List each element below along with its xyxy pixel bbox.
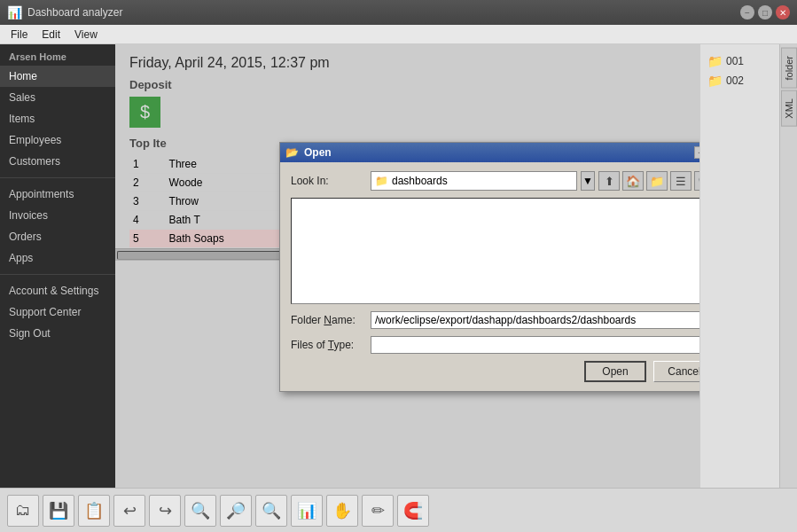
menu-view[interactable]: View: [67, 27, 105, 43]
dialog-tool-newfolder[interactable]: 📁: [646, 171, 668, 191]
lookin-combo: 📁 dashboards ▼: [371, 171, 595, 191]
lookin-dropdown-arrow[interactable]: ▼: [581, 171, 595, 191]
folder-icon-small: 📁: [375, 175, 388, 187]
sidebar-item-account[interactable]: Account & Settings: [0, 280, 115, 301]
folder-name-row: Folder Name:: [291, 311, 699, 329]
sidebar-item-apps[interactable]: Apps: [0, 247, 115, 269]
menu-edit[interactable]: Edit: [35, 27, 67, 43]
dialog-minimize-btn[interactable]: −: [694, 146, 699, 159]
vtab-folder[interactable]: folder: [781, 48, 797, 89]
tool-zoom-in[interactable]: 🔍: [184, 495, 216, 527]
lookin-row: Look In: 📁 dashboards ▼ ⬆ 🏠 📁: [291, 171, 699, 191]
right-panel: 📁 001 📁 002: [699, 44, 779, 488]
sidebar-divider-1: [0, 177, 115, 178]
sidebar-item-customers[interactable]: Customers: [0, 151, 115, 172]
tool-magnet[interactable]: 🧲: [397, 495, 429, 527]
vtab-xml[interactable]: XML: [781, 90, 797, 127]
dialog-overlay: 📂 Open − ✕ Look In: 📁 dashboards: [115, 44, 699, 488]
dialog-title-icon: 📂: [285, 146, 299, 159]
sidebar-item-home[interactable]: Home: [0, 66, 115, 87]
tool-search[interactable]: 🔍: [255, 495, 287, 527]
folder-item-002[interactable]: 📁 002: [704, 71, 776, 90]
menubar: File Edit View: [0, 25, 797, 44]
cancel-button[interactable]: Cancel: [653, 361, 699, 382]
dialog-tool-up[interactable]: ⬆: [598, 171, 620, 191]
maximize-button[interactable]: □: [758, 5, 772, 20]
open-button[interactable]: Open: [584, 361, 646, 382]
folder-icon-002: 📁: [707, 74, 723, 88]
tool-pen[interactable]: ✏: [362, 495, 394, 527]
dialog-title-text: Open: [304, 146, 692, 159]
files-of-type-label: Files of Type:: [291, 339, 371, 351]
tool-save[interactable]: 💾: [43, 495, 74, 527]
tool-chart[interactable]: 📊: [291, 495, 323, 527]
lookin-select[interactable]: 📁 dashboards: [371, 171, 577, 191]
folder-name-001: 001: [726, 55, 744, 67]
menu-file[interactable]: File: [4, 27, 35, 43]
dialog-titlebar: 📂 Open − ✕: [280, 143, 699, 162]
tool-copy[interactable]: 📋: [78, 495, 110, 527]
app-icon: 📊: [7, 5, 22, 20]
sidebar-item-invoices[interactable]: Invoices: [0, 205, 115, 226]
dialog-content: Look In: 📁 dashboards ▼ ⬆ 🏠 📁: [280, 162, 699, 391]
dialog-tool-list[interactable]: ☰: [670, 171, 692, 191]
sidebar-item-orders[interactable]: Orders: [0, 226, 115, 247]
dialog-toolbar: ⬆ 🏠 📁 ☰ 🔍: [598, 171, 699, 191]
titlebar: 📊 Dashboard analyzer − □ ✕: [0, 0, 797, 25]
dialog-buttons: Open Cancel: [291, 361, 699, 382]
files-of-type-row: Files of Type: ▼: [291, 336, 699, 354]
folder-icon-001: 📁: [707, 54, 723, 68]
sidebar-item-signout[interactable]: Sign Out: [0, 323, 115, 344]
folder-name-input[interactable]: [371, 311, 699, 329]
files-of-type-combo[interactable]: [371, 336, 699, 354]
sidebar-item-employees[interactable]: Employees: [0, 129, 115, 151]
dialog-tool-details[interactable]: 🔍: [694, 171, 699, 191]
sidebar: Arsen Home Home Sales Items Employees Cu…: [0, 44, 115, 488]
main-area: Arsen Home Home Sales Items Employees Cu…: [0, 44, 797, 488]
content-panel: Friday, April 24, 2015, 12:37 pm Deposit…: [115, 44, 699, 488]
dialog-tool-home[interactable]: 🏠: [622, 171, 644, 191]
open-dialog: 📂 Open − ✕ Look In: 📁 dashboards: [279, 142, 699, 392]
sidebar-divider-2: [0, 274, 115, 275]
lookin-label: Look In:: [291, 175, 371, 187]
sidebar-item-support[interactable]: Support Center: [0, 301, 115, 323]
tool-open[interactable]: 🗂: [7, 495, 39, 527]
folder-item-001[interactable]: 📁 001: [704, 51, 776, 71]
folder-name-002: 002: [726, 74, 744, 87]
app-title: Dashboard analyzer: [27, 6, 737, 19]
file-view-area[interactable]: [291, 198, 699, 304]
tool-hand[interactable]: ✋: [326, 495, 358, 527]
tool-undo[interactable]: ↩: [113, 495, 145, 527]
sidebar-header: Arsen Home: [0, 44, 115, 66]
bottombar: 🗂 💾 📋 ↩ ↪ 🔍 🔎 🔍 📊 ✋ ✏ 🧲: [0, 488, 797, 532]
vtabs: folder XML: [779, 44, 797, 488]
folder-name-label: Folder Name:: [291, 314, 371, 326]
sidebar-item-appointments[interactable]: Appointments: [0, 184, 115, 205]
close-button[interactable]: ✕: [776, 5, 790, 20]
tool-redo[interactable]: ↪: [149, 495, 181, 527]
sidebar-item-items[interactable]: Items: [0, 108, 115, 129]
minimize-button[interactable]: −: [740, 5, 754, 20]
lookin-value: dashboards: [392, 175, 448, 187]
sidebar-item-sales[interactable]: Sales: [0, 87, 115, 108]
tool-zoom-out[interactable]: 🔎: [220, 495, 252, 527]
